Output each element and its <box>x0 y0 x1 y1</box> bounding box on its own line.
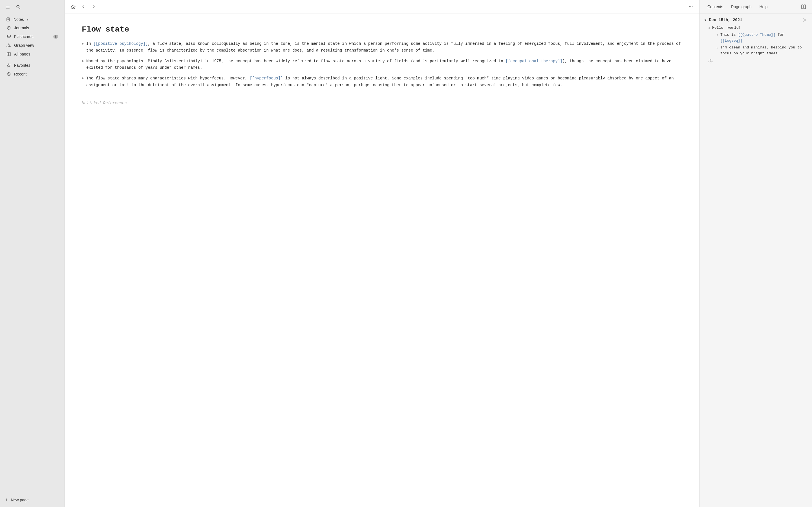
svg-point-29 <box>691 6 691 7</box>
tab-contents[interactable]: Contents <box>704 3 726 11</box>
sidebar-navigation: Notes ▾ Journals <box>0 14 64 493</box>
list-item: Named by the psychologist Mihály Csíksze… <box>82 58 682 71</box>
right-panel-content: ▼ Dec 15th, 2021 Hello, world! <box>700 14 812 507</box>
svg-rect-2 <box>6 8 10 9</box>
toolbar <box>65 0 699 14</box>
notes-chevron: ▾ <box>27 18 29 21</box>
journal-close-button[interactable] <box>802 17 808 23</box>
svg-rect-22 <box>7 52 9 54</box>
page-title: Flow state <box>82 25 682 34</box>
link-quattro-theme[interactable]: [[Quattro Theme]] <box>738 33 775 37</box>
svg-rect-25 <box>9 54 11 56</box>
svg-rect-31 <box>802 5 803 9</box>
journal-bullet-dot <box>709 27 710 29</box>
new-page-button[interactable]: + New page <box>2 496 62 504</box>
menu-toggle-button[interactable] <box>4 3 11 11</box>
svg-point-16 <box>8 44 9 45</box>
link-occupational-therapy[interactable]: [[occupational therapy]] <box>506 59 562 63</box>
journal-bullet-list: Hello, world! This is [[Quattro Theme]] … <box>704 25 808 58</box>
notes-icon <box>6 17 11 22</box>
tab-page-graph[interactable]: Page graph <box>728 3 755 11</box>
sidebar-item-notes[interactable]: Notes ▾ <box>2 15 63 23</box>
graph-view-label: Graph view <box>14 43 58 48</box>
sidebar: Notes ▾ Journals <box>0 0 65 507</box>
svg-rect-32 <box>804 5 806 9</box>
journal-sub-item: This is [[Quattro Theme]] for [[Logseq]] <box>717 32 808 44</box>
svg-rect-0 <box>6 6 10 6</box>
notes-label: Notes <box>13 17 24 22</box>
bullet-list: In [[positive psychology]], a flow state… <box>82 41 682 89</box>
link-hyperfocus[interactable]: [[hyperfocus]] <box>250 76 283 80</box>
journal-date: Dec 15th, 2021 <box>709 18 742 22</box>
right-panel: Contents Page graph Help ▼ Dec 15th, 202… <box>699 0 812 507</box>
journal-sub-text-1: This is [[Quattro Theme]] for [[Logseq]] <box>720 32 808 44</box>
tab-help[interactable]: Help <box>756 3 771 11</box>
journal-sub-list: This is [[Quattro Theme]] for [[Logseq]]… <box>712 32 808 57</box>
paragraph-1: In [[positive psychology]], a flow state… <box>86 41 682 54</box>
journal-entry: ▼ Dec 15th, 2021 Hello, world! <box>704 17 808 63</box>
svg-line-19 <box>8 45 8 46</box>
bullet-dot <box>82 60 84 62</box>
journal-entry-content: Hello, world! This is [[Quattro Theme]] … <box>712 25 808 58</box>
journal-collapse-icon[interactable]: ▼ <box>704 18 707 22</box>
sidebar-item-flashcards[interactable]: Flashcards 5 <box>2 33 63 41</box>
home-button[interactable] <box>69 3 77 11</box>
sidebar-item-favorites[interactable]: Favorites <box>2 61 63 69</box>
new-page-label: New page <box>11 498 29 502</box>
main-content: Flow state In [[positive psychology]], a… <box>65 0 699 507</box>
flashcards-icon <box>6 34 11 39</box>
bullet-dot <box>82 43 84 45</box>
unlinked-references: Unlinked References <box>82 100 682 107</box>
right-panel-header: Contents Page graph Help <box>700 0 812 14</box>
search-button[interactable] <box>15 3 22 11</box>
all-pages-icon <box>6 52 11 57</box>
journal-hello-text: Hello, world! <box>712 25 741 30</box>
svg-line-20 <box>9 45 10 46</box>
new-page-icon: + <box>5 497 8 503</box>
all-pages-label: All pages <box>14 52 58 56</box>
recent-icon <box>6 71 11 76</box>
journals-icon <box>6 25 11 31</box>
link-positive-psychology[interactable]: [[positive psychology]] <box>93 41 148 46</box>
journal-circle-dot <box>717 47 718 48</box>
svg-point-28 <box>689 6 690 7</box>
list-item: In [[positive psychology]], a flow state… <box>82 41 682 54</box>
more-options-button[interactable] <box>687 3 695 11</box>
svg-point-30 <box>692 6 693 7</box>
flashcards-label: Flashcards <box>14 34 50 39</box>
list-item: The flow state shares many characteristi… <box>82 75 682 89</box>
favorites-label: Favorites <box>14 63 58 68</box>
svg-marker-26 <box>7 64 11 67</box>
journal-list-item: Hello, world! This is [[Quattro Theme]] … <box>709 25 808 58</box>
svg-line-4 <box>19 8 20 9</box>
panel-layout-button[interactable] <box>800 3 808 11</box>
page-body: In [[positive psychology]], a flow state… <box>82 41 682 107</box>
sidebar-item-journals[interactable]: Journals <box>2 24 63 32</box>
paragraph-2: Named by the psychologist Mihály Csíksze… <box>86 58 682 71</box>
sidebar-footer: + New page <box>0 493 64 507</box>
forward-button[interactable] <box>90 3 98 11</box>
favorites-icon <box>6 63 11 68</box>
back-button[interactable] <box>80 3 87 11</box>
sidebar-item-recent[interactable]: Recent <box>2 70 63 78</box>
journal-circle-dot <box>717 34 718 36</box>
sidebar-item-all-pages[interactable]: All pages <box>2 50 63 58</box>
page-content: Flow state In [[positive psychology]], a… <box>65 14 699 507</box>
svg-rect-24 <box>7 54 9 56</box>
svg-rect-1 <box>6 7 10 7</box>
journals-label: Journals <box>14 25 58 30</box>
paragraph-3: The flow state shares many characteristi… <box>86 75 682 89</box>
svg-point-18 <box>10 46 11 47</box>
sidebar-header <box>0 0 64 14</box>
link-logseq[interactable]: [[Logseq]] <box>720 39 742 43</box>
bullet-dot <box>82 77 84 79</box>
add-entry-button[interactable]: ⊕ <box>709 59 712 63</box>
journal-sub-text-2: I'm clean and minimal, helping you to fo… <box>720 45 808 57</box>
journal-sub-item: I'm clean and minimal, helping you to fo… <box>717 45 808 57</box>
recent-label: Recent <box>14 72 58 76</box>
journal-date-row: ▼ Dec 15th, 2021 <box>704 17 808 23</box>
sidebar-item-graph-view[interactable]: Graph view <box>2 41 63 50</box>
graph-view-icon <box>6 43 11 48</box>
flashcards-badge: 5 <box>53 35 58 39</box>
svg-point-17 <box>7 46 8 47</box>
